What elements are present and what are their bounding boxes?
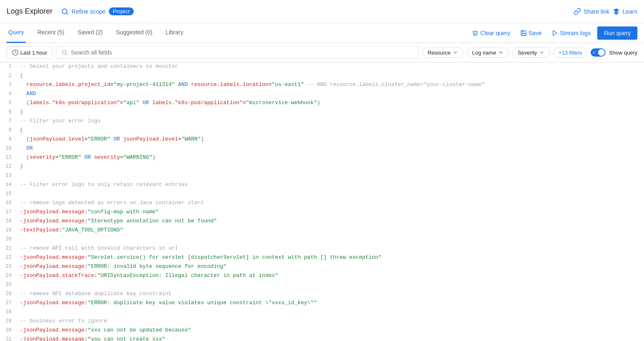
search-input[interactable]: [71, 49, 414, 56]
show-query-toggle[interactable]: ✓ Show query: [591, 48, 637, 57]
filter-bar: Last 1 hour Resource Log name Severity +…: [0, 43, 644, 62]
severity-filter-button[interactable]: Severity: [512, 48, 550, 58]
stream-icon: [552, 30, 558, 36]
share-link-button[interactable]: Share link: [574, 8, 609, 15]
search-icon: [61, 49, 68, 56]
time-range-button[interactable]: Last 1 hour: [7, 46, 53, 59]
project-badge: Project: [109, 7, 134, 15]
learn-button[interactable]: Learn: [613, 8, 637, 15]
line-number: 12: [0, 162, 17, 171]
clock-icon: [12, 49, 19, 56]
line-content: -jsonPayload.message:"Stereotype annotat…: [17, 217, 644, 226]
share-link-icon: [574, 8, 581, 15]
line-number: 16: [0, 199, 17, 207]
code-line-16: 16-- remove logs detected as errors on J…: [0, 199, 644, 208]
code-line-3: 3 resource.labels.project_id="my-project…: [0, 81, 644, 90]
line-number: 1: [0, 62, 17, 71]
line-content: -- remove API call with invalid characte…: [17, 244, 644, 253]
tabs-bar: Query Recent (5) Saved (2) Suggested (0)…: [0, 23, 644, 43]
code-line-10: 10 OR: [0, 144, 644, 153]
line-number: 17: [0, 208, 17, 216]
toggle-switch[interactable]: ✓: [591, 48, 606, 57]
save-icon: [520, 30, 527, 36]
run-query-button[interactable]: Run query: [597, 26, 637, 40]
line-content: -- remove API database duplicate key con…: [17, 290, 644, 298]
code-line-20: 20: [0, 235, 644, 244]
line-content: (jsonPayload.level="ERROR" OR jsonPayloa…: [17, 135, 644, 144]
line-content: -- business error to ignore: [17, 317, 644, 326]
header: Logs Explorer Refine scope Project Share…: [0, 0, 644, 23]
line-content: -- Select your projects and containers t…: [17, 62, 644, 71]
code-line-29: 29-- business error to ignore: [0, 317, 644, 326]
line-content: -jsonPayload.message:"you can not create…: [17, 335, 644, 341]
code-line-30: 30-jsonPayload.message:"xxx can not be u…: [0, 326, 644, 335]
tab-recent[interactable]: Recent (5): [36, 23, 66, 43]
line-content: -jsonPayload.message:"xxx can not be upd…: [17, 326, 644, 335]
line-number: 29: [0, 317, 17, 325]
more-filters-button[interactable]: +13 filters: [553, 48, 588, 58]
code-line-9: 9 (jsonPayload.level="ERROR" OR jsonPayl…: [0, 135, 644, 144]
line-content: resource.labels.project_id="my-project-4…: [17, 81, 644, 89]
search-wrapper: [56, 46, 419, 59]
code-editor[interactable]: 1-- Select your projects and containers …: [0, 62, 644, 341]
clear-query-button[interactable]: Clear query: [469, 27, 513, 39]
line-number: 31: [0, 335, 17, 341]
line-number: 2: [0, 72, 17, 80]
stream-logs-button[interactable]: Stream logs: [548, 27, 594, 39]
tab-saved[interactable]: Saved (2): [76, 23, 104, 43]
line-number: 27: [0, 299, 17, 307]
code-line-25: 25: [0, 281, 644, 290]
line-number: 30: [0, 326, 17, 334]
svg-line-1: [67, 13, 68, 14]
line-number: 19: [0, 226, 17, 234]
code-line-24: 24-jsonPayload.stackTrace:"URISyntaxExce…: [0, 272, 644, 281]
line-content: AND: [17, 90, 644, 98]
svg-marker-2: [553, 31, 557, 36]
line-number: 24: [0, 272, 17, 280]
app-title: Logs Explorer: [7, 7, 53, 16]
code-line-27: 27-jsonPayload.message:"ERROR: duplicate…: [0, 299, 644, 308]
code-line-1: 1-- Select your projects and containers …: [0, 62, 644, 72]
code-line-15: 15: [0, 190, 644, 199]
trash-icon: [472, 30, 478, 36]
line-content: -jsonPayload.message:"ERROR: duplicate k…: [17, 299, 644, 308]
code-line-7: 7-- Filter your error logs: [0, 117, 644, 126]
line-number: 3: [0, 81, 17, 89]
line-content: (: [17, 72, 644, 80]
svg-point-4: [62, 50, 66, 54]
line-number: 5: [0, 99, 17, 107]
refine-scope-button[interactable]: Refine scope: [61, 7, 106, 16]
chevron-down-icon-3: [539, 50, 545, 55]
learn-icon: [613, 8, 620, 15]
line-number: 23: [0, 262, 17, 271]
code-line-23: 23-jsonPayload.message:"ERROR: invalid b…: [0, 262, 644, 272]
line-number: 28: [0, 308, 17, 316]
line-number: 15: [0, 190, 17, 198]
line-content: ): [17, 108, 644, 117]
code-line-11: 11 (severity="ERROR" OR severity="WARNIN…: [0, 153, 644, 162]
line-content: (labels."k8s-pod/application"="api" OR l…: [17, 99, 644, 107]
line-number: 21: [0, 244, 17, 253]
chevron-down-icon-2: [498, 50, 504, 55]
tab-suggested[interactable]: Suggested (0): [114, 23, 154, 43]
line-number: 18: [0, 217, 17, 225]
code-line-5: 5 (labels."k8s-pod/application"="api" OR…: [0, 99, 644, 108]
line-content: (: [17, 126, 644, 135]
line-content: -- Filter error logs to only retain rele…: [17, 181, 644, 189]
tab-library[interactable]: Library: [164, 23, 185, 43]
line-content: -jsonPayload.message:"Servlet.service() …: [17, 253, 644, 262]
line-number: 26: [0, 290, 17, 298]
line-content: ): [17, 162, 644, 171]
line-content: -jsonPayload.stackTrace:"URISyntaxExcept…: [17, 272, 644, 280]
tab-query[interactable]: Query: [7, 23, 26, 43]
line-number: 9: [0, 135, 17, 143]
line-content: -jsonPayload.message:"ERROR: invalid byt…: [17, 262, 644, 271]
code-line-6: 6): [0, 108, 644, 117]
save-button[interactable]: Save: [517, 27, 545, 39]
line-number: 22: [0, 253, 17, 262]
log-name-filter-button[interactable]: Log name: [467, 48, 509, 58]
line-number: 11: [0, 153, 17, 162]
resource-filter-button[interactable]: Resource: [422, 48, 464, 58]
toggle-knob: [598, 49, 605, 56]
code-line-22: 22-jsonPayload.message:"Servlet.service(…: [0, 253, 644, 262]
